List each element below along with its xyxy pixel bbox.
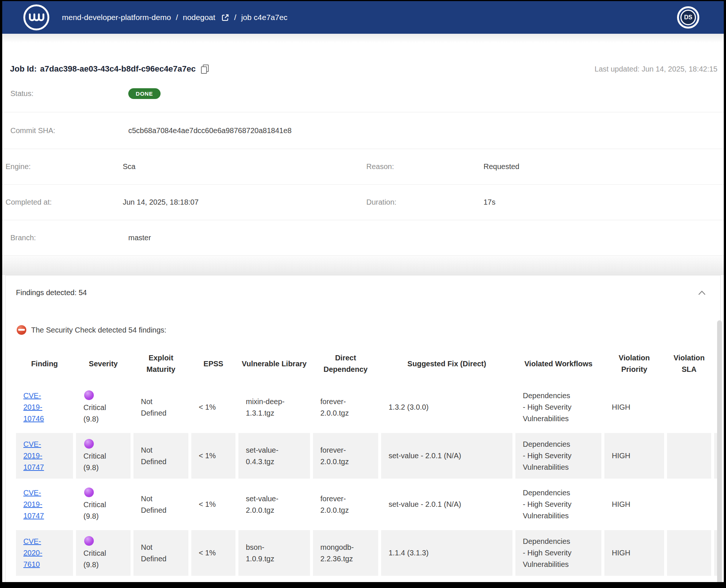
cell-violation_sla — [667, 384, 711, 430]
external-link-icon[interactable] — [221, 13, 230, 22]
severity-critical-dot — [84, 488, 94, 497]
avatar-initials: DS — [680, 10, 696, 25]
cell-violated_workflows: Dependencies - High Severity Vulnerabili… — [515, 384, 601, 430]
job-details: Status: DONE Commit SHA: c5cb68a7084e4ae… — [2, 75, 724, 256]
cell-exploit_maturity: Not Defined — [133, 530, 188, 576]
finding-link[interactable]: CVE- 2020- 7610 — [23, 537, 42, 568]
last-updated: Last updated: Jun 14, 2025, 18:42:15 — [595, 63, 717, 75]
severity-text: Critical (9.8) — [83, 549, 106, 569]
reason-value: Requested — [484, 162, 519, 171]
finding-row: CVE- 2019- 10746Critical (9.8)Not Define… — [16, 384, 721, 430]
cell-vulnerable_library: mixin-deep- 1.3.1.tgz — [238, 384, 310, 430]
column-header-vulnerable_library: Vulnerable Library — [238, 346, 310, 381]
cell-violated_workflows: Dependencies - High Severity Vulnerabili… — [515, 530, 601, 576]
cell-violation_priority: HIGH — [604, 384, 664, 430]
severity-critical-dot — [84, 536, 94, 546]
cell-vulnerable_library: set-value- 0.4.3.tgz — [238, 433, 310, 479]
engine-value: Sca — [123, 162, 135, 171]
finding-link[interactable]: CVE- 2019- 10746 — [23, 392, 44, 423]
finding-row: CVE- 2019- 10747Critical (9.8)Not Define… — [16, 482, 721, 527]
job-id-value: a7dac398-ae03-43c4-b8df-c96ec4e7a7ec — [40, 63, 196, 75]
cell-direct_dependency: mongodb- 2.2.36.tgz — [313, 530, 378, 576]
status-label: Status: — [2, 89, 128, 98]
cell-epss: < 1% — [191, 482, 235, 527]
branch-value: master — [128, 234, 151, 242]
mend-wave-icon — [26, 7, 47, 28]
security-check-text: The Security Check detected 54 findings: — [31, 325, 166, 335]
cell-direct_dependency: forever- 2.0.0.tgz — [313, 384, 378, 430]
cell-finding: CVE- 2019- 10747 — [16, 482, 73, 527]
findings-title: Findings detected: 54 — [16, 288, 87, 297]
cell-severity: Critical (9.8) — [76, 384, 131, 430]
table-header-row: FindingSeverityExploit MaturityEPSSVulne… — [16, 346, 721, 381]
cell-violated_workflows: Dependencies - High Severity Vulnerabili… — [515, 433, 601, 479]
app-window: mend-developer-platform-demo / nodegoat … — [2, 1, 724, 582]
severity-critical-dot — [84, 439, 94, 449]
cell-vulnerable_library: set-value- 2.0.0.tgz — [238, 482, 310, 527]
cell-violation_sla — [667, 433, 711, 479]
severity-text: Critical (9.8) — [83, 452, 106, 472]
completed-duration-row: Completed at: Jun 14, 2025, 18:18:07 Dur… — [2, 185, 724, 220]
mend-logo[interactable] — [23, 4, 49, 30]
column-header-suggested_fix: Suggested Fix (Direct) — [381, 346, 512, 381]
breadcrumb-job[interactable]: job c4e7a7ec — [241, 13, 287, 22]
severity-critical-dot — [84, 390, 94, 400]
cell-finding: CVE- 2019- 10747 — [16, 433, 73, 479]
cell-direct_dependency: forever- 2.0.0.tgz — [313, 433, 378, 479]
column-header-violation_priority: Violation Priority — [604, 346, 664, 381]
collapse-chevron-up-icon[interactable] — [698, 290, 706, 295]
cell-epss: < 1% — [191, 433, 235, 479]
job-id-row: Job Id: a7dac398-ae03-43c4-b8df-c96ec4e7… — [2, 43, 724, 75]
cell-severity: Critical (9.8) — [76, 530, 131, 576]
no-entry-icon — [17, 325, 26, 335]
cell-suggested_fix: 1.3.2 (3.0.0) — [381, 384, 512, 430]
column-header-violation_sla: Violation SLA — [667, 346, 711, 381]
severity-text: Critical (9.8) — [83, 501, 106, 520]
column-header-finding: Finding — [16, 346, 73, 381]
job-id-label: Job Id: — [10, 63, 37, 75]
completed-at-label: Completed at: — [2, 198, 123, 207]
cell-vulnerable_library: bson- 1.0.9.tgz — [238, 530, 310, 576]
section-divider — [2, 256, 724, 275]
status-badge: DONE — [128, 88, 161, 99]
findings-table: FindingSeverityExploit MaturityEPSSVulne… — [13, 343, 721, 579]
severity-text: Critical (9.8) — [83, 403, 106, 423]
cell-exploit_maturity: Not Defined — [133, 433, 188, 479]
user-avatar[interactable]: DS — [677, 6, 699, 29]
finding-link[interactable]: CVE- 2019- 10747 — [23, 440, 44, 471]
cell-suggested_fix: set-value - 2.0.1 (N/A) — [381, 433, 512, 479]
finding-link[interactable]: CVE- 2019- 10747 — [23, 489, 44, 520]
branch-row: Branch: master — [2, 220, 724, 256]
cell-severity: Critical (9.8) — [76, 482, 131, 527]
status-row: Status: DONE — [2, 75, 724, 112]
cell-suggested_fix: set-value - 2.0.1 (N/A) — [381, 482, 512, 527]
cell-exploit_maturity: Not Defined — [133, 384, 188, 430]
breadcrumb-org[interactable]: mend-developer-platform-demo — [62, 13, 171, 22]
cell-violation_priority: HIGH — [604, 530, 664, 576]
vertical-scrollbar[interactable] — [717, 320, 722, 582]
findings-table-container: FindingSeverityExploit MaturityEPSSVulne… — [13, 343, 721, 579]
breadcrumb: mend-developer-platform-demo / nodegoat … — [62, 13, 287, 22]
column-header-violated_workflows: Violated Workflows — [515, 346, 601, 381]
completed-at-value: Jun 14, 2025, 18:18:07 — [123, 198, 199, 207]
cell-epss: < 1% — [191, 384, 235, 430]
cell-direct_dependency: forever- 2.0.0.tgz — [313, 482, 378, 527]
engine-reason-row: Engine: Sca Reason: Requested — [2, 149, 724, 185]
cell-violation_priority: HIGH — [604, 482, 664, 527]
commit-sha-label: Commit SHA: — [2, 126, 128, 135]
branch-label: Branch: — [2, 234, 128, 242]
column-header-exploit_maturity: Exploit Maturity — [133, 346, 188, 381]
commit-sha-value: c5cb68a7084e4ae7dcc60e6a98768720a81841e8 — [128, 126, 291, 135]
cell-suggested_fix: 1.1.4 (3.1.3) — [381, 530, 512, 576]
findings-panel: Findings detected: 54 The Security Check… — [5, 275, 721, 582]
duration-label: Duration: — [363, 198, 484, 207]
breadcrumb-repo[interactable]: nodegoat — [183, 13, 215, 22]
column-header-epss: EPSS — [191, 346, 235, 381]
finding-row: CVE- 2019- 10747Critical (9.8)Not Define… — [16, 433, 721, 479]
engine-label: Engine: — [2, 162, 123, 171]
cell-violated_workflows: Dependencies - High Severity Vulnerabili… — [515, 482, 601, 527]
cell-epss: < 1% — [191, 530, 235, 576]
header-fade — [2, 34, 724, 43]
duration-value: 17s — [484, 198, 495, 207]
copy-icon[interactable] — [201, 65, 209, 74]
